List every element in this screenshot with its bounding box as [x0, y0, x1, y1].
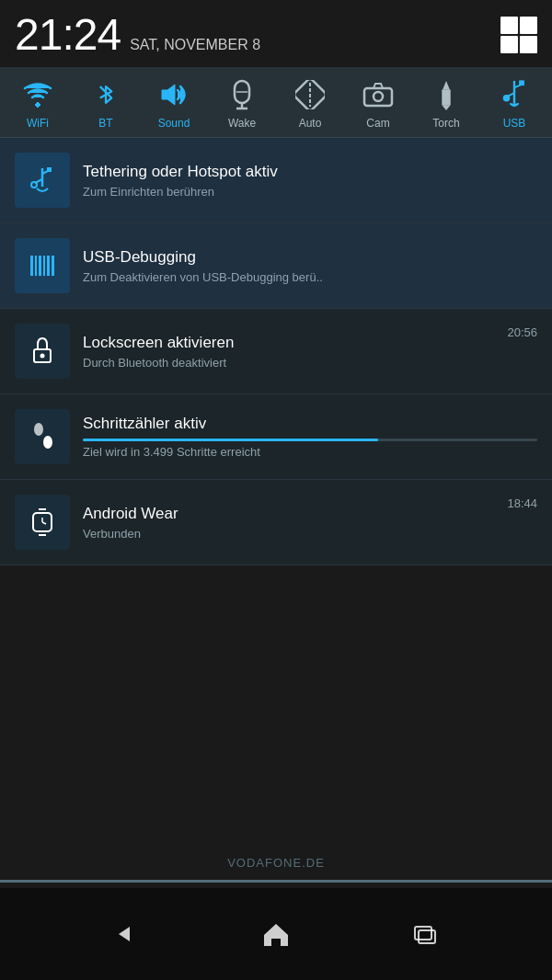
toggle-usb-label: USB — [503, 117, 526, 130]
svg-point-30 — [34, 423, 43, 436]
watch-icon — [29, 506, 55, 539]
scroll-indicator — [0, 880, 552, 883]
svg-rect-26 — [47, 256, 50, 276]
androidwear-subtitle: Verbunden — [83, 527, 507, 541]
usb-debug-subtitle: Zum Deaktivieren von USB-Debugging berü.… — [83, 270, 537, 284]
svg-rect-14 — [520, 81, 524, 85]
svg-point-8 — [374, 92, 383, 101]
lockscreen-time: 20:56 — [507, 325, 537, 339]
androidwear-content: Android Wear Verbunden — [83, 505, 507, 541]
home-button[interactable] — [253, 911, 299, 957]
svg-rect-37 — [415, 927, 431, 940]
toggle-usb[interactable]: USB — [480, 78, 548, 130]
wake-icon — [225, 78, 259, 111]
lockscreen-icon-container — [15, 324, 70, 379]
lockscreen-subtitle: Durch Bluetooth deaktiviert — [83, 356, 507, 370]
barcode-icon — [29, 252, 56, 279]
back-button[interactable] — [106, 911, 152, 957]
usb-tethering-icon — [29, 166, 56, 194]
svg-rect-22 — [30, 256, 33, 276]
svg-line-36 — [42, 522, 46, 524]
androidwear-title: Android Wear — [83, 505, 507, 523]
toggle-sound[interactable]: Sound — [140, 78, 208, 130]
toggle-torch[interactable]: Torch — [412, 78, 480, 130]
status-bar: 21:24 SAT, NOVEMBER 8 — [0, 0, 552, 67]
usb-debug-title: USB-Debugging — [83, 248, 537, 267]
status-icons — [500, 17, 537, 53]
lockscreen-title: Lockscreen aktivieren — [83, 334, 507, 352]
notifications-list: Tethering oder Hotspot aktiv Zum Einrich… — [0, 138, 552, 565]
notification-tethering[interactable]: Tethering oder Hotspot aktiv Zum Einrich… — [0, 138, 552, 223]
usb-debug-icon-container — [15, 238, 70, 293]
navigation-bar — [0, 888, 552, 980]
lockscreen-content: Lockscreen aktivieren Durch Bluetooth de… — [83, 334, 507, 370]
svg-rect-23 — [35, 256, 37, 276]
svg-point-21 — [31, 182, 37, 188]
recents-button[interactable] — [400, 911, 446, 957]
toggle-auto-label: Auto — [299, 117, 322, 130]
svg-rect-27 — [52, 256, 54, 276]
svg-point-31 — [43, 436, 52, 449]
svg-rect-19 — [47, 167, 52, 172]
bluetooth-icon — [89, 78, 122, 111]
tethering-icon-container — [15, 153, 70, 208]
tethering-subtitle: Zum Einrichten berühren — [83, 185, 537, 199]
svg-point-16 — [504, 96, 510, 101]
footprint-icon — [29, 422, 55, 451]
toggle-sound-label: Sound — [158, 117, 190, 130]
scroll-thumb — [0, 880, 552, 883]
toggle-wake[interactable]: Wake — [208, 78, 276, 130]
tethering-content: Tethering oder Hotspot aktiv Zum Einrich… — [83, 163, 537, 199]
stepcount-subtitle: Ziel wird in 3.499 Schritte erreicht — [83, 445, 537, 459]
androidwear-time: 18:44 — [507, 496, 537, 510]
sound-icon — [157, 78, 190, 111]
toggle-bt[interactable]: BT — [72, 78, 140, 130]
toggle-auto[interactable]: Auto — [276, 78, 344, 130]
usb-icon — [498, 78, 531, 111]
wifi-icon — [21, 78, 54, 111]
notification-usb-debug[interactable]: USB-Debugging Zum Deaktivieren von USB-D… — [0, 223, 552, 309]
toggle-cam[interactable]: Cam — [344, 78, 412, 130]
toggle-wifi-label: WiFi — [27, 117, 49, 130]
svg-marker-9 — [443, 81, 450, 89]
stepcount-icon-container — [15, 409, 70, 464]
quick-toggles: WiFi BT Sound — [0, 67, 552, 138]
toggle-torch-label: Torch — [432, 117, 459, 130]
cam-icon — [362, 78, 395, 111]
usb-debug-content: USB-Debugging Zum Deaktivieren von USB-D… — [83, 248, 537, 284]
toggle-wake-label: Wake — [228, 117, 256, 130]
stepcount-title: Schrittzähler aktiv — [83, 415, 537, 433]
svg-rect-25 — [43, 256, 45, 276]
svg-rect-10 — [442, 89, 450, 105]
notification-stepcount[interactable]: Schrittzähler aktiv Ziel wird in 3.499 S… — [0, 394, 552, 480]
toggle-wifi[interactable]: WiFi — [4, 78, 72, 130]
carrier-label: VODAFONE.DE — [0, 856, 552, 870]
date-display: SAT, NOVEMBER 8 — [130, 37, 260, 53]
time-display: 21:24 — [15, 9, 121, 60]
svg-marker-0 — [162, 85, 175, 105]
contacts-icon — [500, 17, 537, 53]
notification-lockscreen[interactable]: Lockscreen aktivieren Durch Bluetooth de… — [0, 309, 552, 394]
svg-point-29 — [40, 354, 45, 359]
toggle-bt-label: BT — [98, 117, 112, 130]
svg-marker-11 — [442, 105, 450, 110]
stepcount-content: Schrittzähler aktiv Ziel wird in 3.499 S… — [83, 415, 537, 459]
notification-androidwear[interactable]: Android Wear Verbunden 18:44 — [0, 480, 552, 565]
svg-rect-24 — [39, 256, 41, 276]
toggle-cam-label: Cam — [366, 117, 389, 130]
androidwear-icon-container — [15, 495, 70, 550]
torch-icon — [430, 78, 463, 111]
lock-icon — [30, 336, 54, 366]
tethering-title: Tethering oder Hotspot aktiv — [83, 163, 537, 181]
step-progress-fill — [83, 439, 378, 441]
time-section: 21:24 SAT, NOVEMBER 8 — [15, 9, 260, 60]
auto-icon — [293, 78, 327, 111]
svg-rect-38 — [419, 930, 435, 943]
step-progress-bar — [83, 439, 537, 441]
